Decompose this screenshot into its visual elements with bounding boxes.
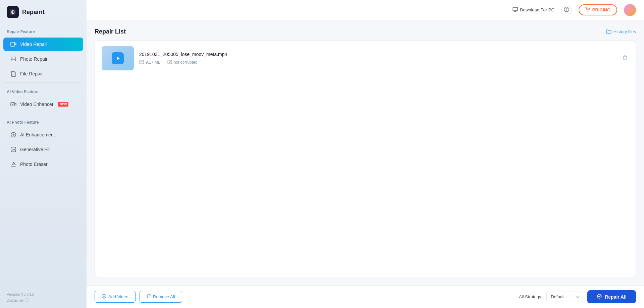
sidebar-bottom: Version: V3.0.12 Disclaimer ⓘ xyxy=(0,287,87,308)
svg-point-15 xyxy=(589,11,589,12)
file-status-item: not corrupted xyxy=(167,60,198,65)
download-for-pc-button[interactable]: Download For PC xyxy=(513,7,554,13)
pricing-btn-label: PRICING xyxy=(592,7,610,12)
photo-eraser-icon xyxy=(10,161,17,168)
repair-icon xyxy=(597,294,602,300)
svg-point-14 xyxy=(587,11,588,12)
file-repair-icon xyxy=(10,70,17,77)
video-enhancer-icon xyxy=(10,101,17,108)
content-area: Repair List History files xyxy=(87,20,644,285)
strategy-select[interactable]: Default Advanced xyxy=(546,292,583,302)
ai-photo-feature-section-title: AI Photo Feature xyxy=(0,115,87,127)
file-size-item: 9.17 MB xyxy=(139,60,161,65)
svg-rect-11 xyxy=(513,7,518,11)
video-repair-icon xyxy=(10,41,17,48)
file-meta: 9.17 MB not corrupted xyxy=(139,60,615,65)
disclaimer-link[interactable]: Disclaimer xyxy=(7,298,24,302)
svg-rect-2 xyxy=(11,42,15,46)
play-button[interactable] xyxy=(112,52,124,64)
photo-repair-label: Photo Repair xyxy=(20,56,48,62)
file-info: 20191031_205005_lose_moov_meta.mp4 xyxy=(139,52,615,65)
file-size: 9.17 MB xyxy=(146,60,161,65)
add-video-label: Add Video xyxy=(108,294,128,299)
disclaimer-info-icon: ⓘ xyxy=(25,298,29,303)
pricing-button[interactable]: PRICING xyxy=(579,4,617,15)
photo-eraser-label: Photo Eraser xyxy=(20,162,48,167)
generative-fill-label: Generative Fill xyxy=(20,147,50,152)
cart-icon xyxy=(585,7,590,13)
svg-point-4 xyxy=(12,58,13,59)
main-content: Download For PC PRICING xyxy=(87,0,644,308)
sidebar-item-video-repair[interactable]: Video Repair xyxy=(3,38,83,51)
status-icon xyxy=(167,60,172,65)
header: Download For PC PRICING xyxy=(87,0,644,20)
delete-file-button[interactable] xyxy=(621,54,629,63)
file-name: 20191031_205005_lose_moov_meta.mp4 xyxy=(139,52,615,57)
ai-video-feature-section-title: AI Video Feature xyxy=(0,84,87,97)
sidebar-item-photo-repair[interactable]: Photo Repair xyxy=(3,52,83,66)
monitor-icon xyxy=(513,7,518,13)
repair-list-header: Repair List History files xyxy=(95,28,636,35)
repair-all-button[interactable]: Repair All xyxy=(587,290,636,303)
svg-rect-3 xyxy=(11,57,16,61)
size-icon xyxy=(139,60,144,65)
ai-enhancement-label: AI Enhancement xyxy=(20,132,55,137)
add-video-button[interactable]: Add Video xyxy=(95,291,136,303)
file-status: not corrupted xyxy=(174,60,198,65)
remove-all-button[interactable]: Remove All xyxy=(140,291,182,303)
video-repair-label: Video Repair xyxy=(20,42,47,47)
sidebar-item-generative-fill[interactable]: Generative Fill xyxy=(3,143,83,156)
sidebar-item-ai-enhancement[interactable]: AI Enhancement xyxy=(3,128,83,141)
strategy-label: All Strategy: xyxy=(519,294,542,299)
app-name: Repairit xyxy=(22,9,45,16)
folder-icon xyxy=(606,29,611,35)
ai-enhancement-icon xyxy=(10,131,17,138)
logo-icon xyxy=(7,6,19,18)
history-files-label: History files xyxy=(613,29,636,34)
footer-right: All Strategy: Default Advanced Repair Al… xyxy=(519,290,636,303)
user-avatar[interactable] xyxy=(624,4,636,16)
add-icon xyxy=(102,294,106,300)
trash-icon xyxy=(147,294,151,300)
photo-repair-icon xyxy=(10,56,17,62)
download-btn-label: Download For PC xyxy=(520,7,554,12)
sidebar: Repairit Repair Feature Video Repair Pho… xyxy=(0,0,87,308)
repair-list-title: Repair List xyxy=(95,28,126,35)
file-repair-label: File Repair xyxy=(20,71,43,76)
logo-area: Repairit xyxy=(0,0,87,24)
svg-rect-20 xyxy=(168,60,172,64)
sidebar-item-video-enhancer[interactable]: Video Enhancer NEW xyxy=(3,98,83,111)
video-enhancer-label: Video Enhancer xyxy=(20,102,53,107)
svg-point-12 xyxy=(564,7,569,12)
sidebar-item-file-repair[interactable]: File Repair xyxy=(3,67,83,80)
new-badge: NEW xyxy=(58,102,68,107)
remove-all-label: Remove All xyxy=(153,294,175,299)
footer-bar: Add Video Remove All All Strategy: Defau… xyxy=(87,285,644,308)
table-row: 20191031_205005_lose_moov_meta.mp4 xyxy=(95,41,636,76)
generative-fill-icon xyxy=(10,146,17,153)
version-text: Version: V3.0.12 xyxy=(7,292,80,296)
file-list: 20191031_205005_lose_moov_meta.mp4 xyxy=(95,41,636,277)
help-button[interactable] xyxy=(561,5,572,15)
repair-all-label: Repair All xyxy=(605,294,627,300)
svg-point-13 xyxy=(566,10,567,11)
history-files-button[interactable]: History files xyxy=(606,29,636,35)
file-thumbnail xyxy=(102,46,134,70)
sidebar-item-photo-eraser[interactable]: Photo Eraser xyxy=(3,158,83,171)
footer-left: Add Video Remove All xyxy=(95,291,182,303)
repair-feature-section-title: Repair Feature xyxy=(0,24,87,37)
help-icon xyxy=(564,7,569,13)
